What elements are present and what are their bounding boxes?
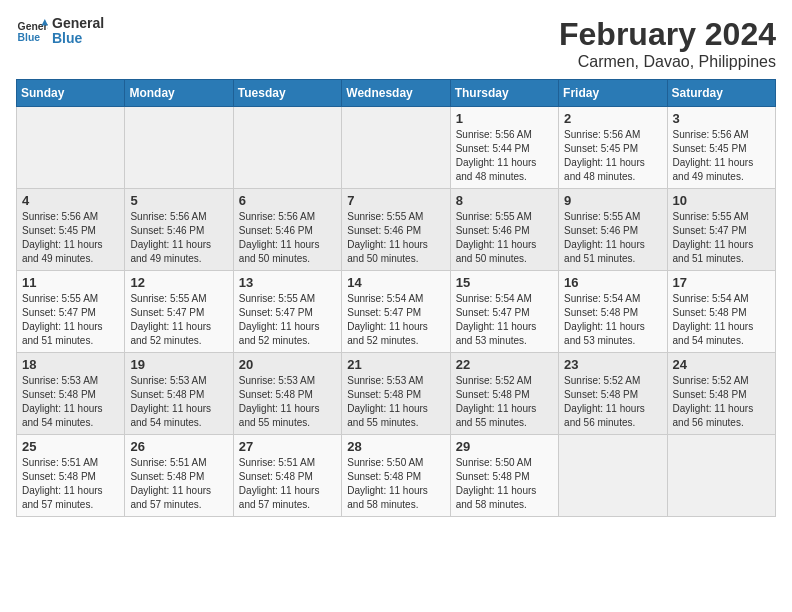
calendar-cell bbox=[125, 107, 233, 189]
day-number: 21 bbox=[347, 357, 444, 372]
weekday-header-wednesday: Wednesday bbox=[342, 80, 450, 107]
calendar-cell: 25Sunrise: 5:51 AM Sunset: 5:48 PM Dayli… bbox=[17, 435, 125, 517]
day-detail: Sunrise: 5:50 AM Sunset: 5:48 PM Dayligh… bbox=[347, 456, 444, 512]
day-detail: Sunrise: 5:52 AM Sunset: 5:48 PM Dayligh… bbox=[673, 374, 770, 430]
day-number: 24 bbox=[673, 357, 770, 372]
calendar-cell: 10Sunrise: 5:55 AM Sunset: 5:47 PM Dayli… bbox=[667, 189, 775, 271]
day-detail: Sunrise: 5:54 AM Sunset: 5:47 PM Dayligh… bbox=[456, 292, 553, 348]
calendar-cell: 7Sunrise: 5:55 AM Sunset: 5:46 PM Daylig… bbox=[342, 189, 450, 271]
day-detail: Sunrise: 5:54 AM Sunset: 5:48 PM Dayligh… bbox=[673, 292, 770, 348]
calendar-table: SundayMondayTuesdayWednesdayThursdayFrid… bbox=[16, 79, 776, 517]
day-detail: Sunrise: 5:53 AM Sunset: 5:48 PM Dayligh… bbox=[22, 374, 119, 430]
location: Carmen, Davao, Philippines bbox=[559, 53, 776, 71]
month-year: February 2024 bbox=[559, 16, 776, 53]
calendar-cell: 24Sunrise: 5:52 AM Sunset: 5:48 PM Dayli… bbox=[667, 353, 775, 435]
calendar-cell bbox=[233, 107, 341, 189]
calendar-cell: 5Sunrise: 5:56 AM Sunset: 5:46 PM Daylig… bbox=[125, 189, 233, 271]
day-detail: Sunrise: 5:51 AM Sunset: 5:48 PM Dayligh… bbox=[22, 456, 119, 512]
week-row-2: 4Sunrise: 5:56 AM Sunset: 5:45 PM Daylig… bbox=[17, 189, 776, 271]
calendar-cell: 2Sunrise: 5:56 AM Sunset: 5:45 PM Daylig… bbox=[559, 107, 667, 189]
day-number: 28 bbox=[347, 439, 444, 454]
calendar-cell: 13Sunrise: 5:55 AM Sunset: 5:47 PM Dayli… bbox=[233, 271, 341, 353]
calendar-cell: 19Sunrise: 5:53 AM Sunset: 5:48 PM Dayli… bbox=[125, 353, 233, 435]
day-number: 12 bbox=[130, 275, 227, 290]
day-detail: Sunrise: 5:56 AM Sunset: 5:45 PM Dayligh… bbox=[564, 128, 661, 184]
logo: General Blue General Blue bbox=[16, 16, 104, 47]
title-block: February 2024 Carmen, Davao, Philippines bbox=[559, 16, 776, 71]
day-number: 19 bbox=[130, 357, 227, 372]
day-number: 4 bbox=[22, 193, 119, 208]
day-number: 20 bbox=[239, 357, 336, 372]
calendar-cell bbox=[342, 107, 450, 189]
calendar-cell bbox=[559, 435, 667, 517]
logo-general: General bbox=[52, 16, 104, 31]
day-detail: Sunrise: 5:56 AM Sunset: 5:45 PM Dayligh… bbox=[673, 128, 770, 184]
day-detail: Sunrise: 5:53 AM Sunset: 5:48 PM Dayligh… bbox=[347, 374, 444, 430]
calendar-cell: 8Sunrise: 5:55 AM Sunset: 5:46 PM Daylig… bbox=[450, 189, 558, 271]
day-detail: Sunrise: 5:55 AM Sunset: 5:47 PM Dayligh… bbox=[673, 210, 770, 266]
day-detail: Sunrise: 5:55 AM Sunset: 5:46 PM Dayligh… bbox=[564, 210, 661, 266]
weekday-header-monday: Monday bbox=[125, 80, 233, 107]
day-detail: Sunrise: 5:56 AM Sunset: 5:46 PM Dayligh… bbox=[130, 210, 227, 266]
calendar-cell: 23Sunrise: 5:52 AM Sunset: 5:48 PM Dayli… bbox=[559, 353, 667, 435]
svg-text:Blue: Blue bbox=[18, 33, 41, 44]
day-detail: Sunrise: 5:55 AM Sunset: 5:46 PM Dayligh… bbox=[347, 210, 444, 266]
weekday-header-tuesday: Tuesday bbox=[233, 80, 341, 107]
day-detail: Sunrise: 5:55 AM Sunset: 5:46 PM Dayligh… bbox=[456, 210, 553, 266]
calendar-cell: 1Sunrise: 5:56 AM Sunset: 5:44 PM Daylig… bbox=[450, 107, 558, 189]
day-detail: Sunrise: 5:56 AM Sunset: 5:45 PM Dayligh… bbox=[22, 210, 119, 266]
calendar-cell: 4Sunrise: 5:56 AM Sunset: 5:45 PM Daylig… bbox=[17, 189, 125, 271]
calendar-body: 1Sunrise: 5:56 AM Sunset: 5:44 PM Daylig… bbox=[17, 107, 776, 517]
calendar-cell: 17Sunrise: 5:54 AM Sunset: 5:48 PM Dayli… bbox=[667, 271, 775, 353]
weekday-header-sunday: Sunday bbox=[17, 80, 125, 107]
day-number: 7 bbox=[347, 193, 444, 208]
day-detail: Sunrise: 5:55 AM Sunset: 5:47 PM Dayligh… bbox=[239, 292, 336, 348]
page-header: General Blue General Blue February 2024 … bbox=[16, 16, 776, 71]
calendar-cell bbox=[17, 107, 125, 189]
day-detail: Sunrise: 5:56 AM Sunset: 5:44 PM Dayligh… bbox=[456, 128, 553, 184]
day-detail: Sunrise: 5:53 AM Sunset: 5:48 PM Dayligh… bbox=[239, 374, 336, 430]
day-number: 27 bbox=[239, 439, 336, 454]
day-number: 3 bbox=[673, 111, 770, 126]
day-detail: Sunrise: 5:55 AM Sunset: 5:47 PM Dayligh… bbox=[130, 292, 227, 348]
day-number: 11 bbox=[22, 275, 119, 290]
day-number: 2 bbox=[564, 111, 661, 126]
day-detail: Sunrise: 5:52 AM Sunset: 5:48 PM Dayligh… bbox=[456, 374, 553, 430]
calendar-cell bbox=[667, 435, 775, 517]
day-number: 10 bbox=[673, 193, 770, 208]
calendar-cell: 9Sunrise: 5:55 AM Sunset: 5:46 PM Daylig… bbox=[559, 189, 667, 271]
weekday-header-friday: Friday bbox=[559, 80, 667, 107]
calendar-cell: 26Sunrise: 5:51 AM Sunset: 5:48 PM Dayli… bbox=[125, 435, 233, 517]
calendar-cell: 29Sunrise: 5:50 AM Sunset: 5:48 PM Dayli… bbox=[450, 435, 558, 517]
day-number: 17 bbox=[673, 275, 770, 290]
calendar-cell: 6Sunrise: 5:56 AM Sunset: 5:46 PM Daylig… bbox=[233, 189, 341, 271]
day-detail: Sunrise: 5:51 AM Sunset: 5:48 PM Dayligh… bbox=[239, 456, 336, 512]
day-number: 14 bbox=[347, 275, 444, 290]
calendar-cell: 21Sunrise: 5:53 AM Sunset: 5:48 PM Dayli… bbox=[342, 353, 450, 435]
day-detail: Sunrise: 5:54 AM Sunset: 5:47 PM Dayligh… bbox=[347, 292, 444, 348]
week-row-5: 25Sunrise: 5:51 AM Sunset: 5:48 PM Dayli… bbox=[17, 435, 776, 517]
day-number: 18 bbox=[22, 357, 119, 372]
week-row-3: 11Sunrise: 5:55 AM Sunset: 5:47 PM Dayli… bbox=[17, 271, 776, 353]
day-number: 5 bbox=[130, 193, 227, 208]
day-number: 16 bbox=[564, 275, 661, 290]
calendar-cell: 11Sunrise: 5:55 AM Sunset: 5:47 PM Dayli… bbox=[17, 271, 125, 353]
calendar-cell: 27Sunrise: 5:51 AM Sunset: 5:48 PM Dayli… bbox=[233, 435, 341, 517]
calendar-cell: 16Sunrise: 5:54 AM Sunset: 5:48 PM Dayli… bbox=[559, 271, 667, 353]
calendar-cell: 28Sunrise: 5:50 AM Sunset: 5:48 PM Dayli… bbox=[342, 435, 450, 517]
day-detail: Sunrise: 5:51 AM Sunset: 5:48 PM Dayligh… bbox=[130, 456, 227, 512]
calendar-cell: 18Sunrise: 5:53 AM Sunset: 5:48 PM Dayli… bbox=[17, 353, 125, 435]
day-number: 13 bbox=[239, 275, 336, 290]
day-number: 8 bbox=[456, 193, 553, 208]
calendar-cell: 20Sunrise: 5:53 AM Sunset: 5:48 PM Dayli… bbox=[233, 353, 341, 435]
weekday-header-row: SundayMondayTuesdayWednesdayThursdayFrid… bbox=[17, 80, 776, 107]
week-row-4: 18Sunrise: 5:53 AM Sunset: 5:48 PM Dayli… bbox=[17, 353, 776, 435]
week-row-1: 1Sunrise: 5:56 AM Sunset: 5:44 PM Daylig… bbox=[17, 107, 776, 189]
calendar-cell: 12Sunrise: 5:55 AM Sunset: 5:47 PM Dayli… bbox=[125, 271, 233, 353]
day-number: 6 bbox=[239, 193, 336, 208]
day-number: 22 bbox=[456, 357, 553, 372]
day-detail: Sunrise: 5:56 AM Sunset: 5:46 PM Dayligh… bbox=[239, 210, 336, 266]
day-detail: Sunrise: 5:54 AM Sunset: 5:48 PM Dayligh… bbox=[564, 292, 661, 348]
day-detail: Sunrise: 5:53 AM Sunset: 5:48 PM Dayligh… bbox=[130, 374, 227, 430]
day-number: 15 bbox=[456, 275, 553, 290]
